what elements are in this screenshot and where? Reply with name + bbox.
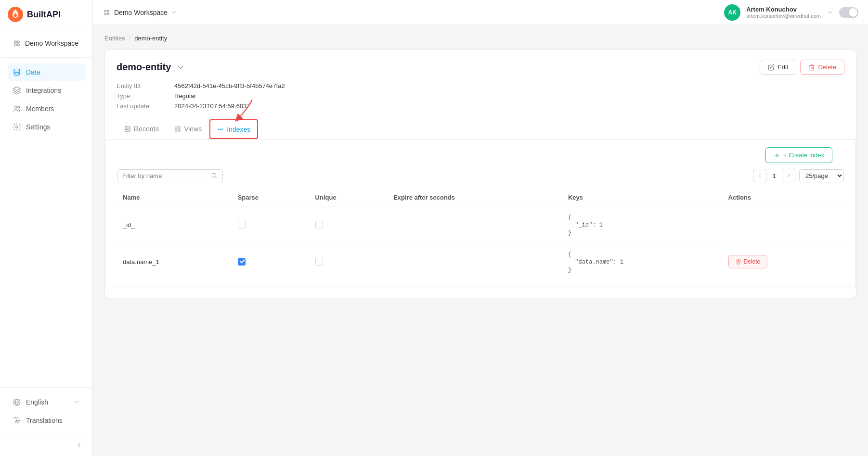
- pagination-wrap: 1 25/page 50/page 100/page: [753, 169, 844, 182]
- sidebar-item-data[interactable]: Data: [8, 63, 85, 81]
- delete-entity-button[interactable]: Delete: [800, 60, 844, 75]
- english-label: English: [26, 398, 48, 406]
- row-unique: [310, 243, 388, 280]
- col-name: Name: [117, 189, 232, 206]
- row-keys: { "_id": 1 }: [562, 206, 723, 243]
- svg-point-3: [14, 44, 17, 46]
- topbar-workspace-name: Demo Workspace: [114, 9, 168, 16]
- indexes-table: Name Sparse Unique Expire after seconds …: [117, 189, 844, 280]
- tab-views[interactable]: Views: [167, 119, 209, 139]
- meta-row-update: Last update: 2024-04-23T07:54:59.603Z: [117, 102, 844, 110]
- filter-input-wrap: [117, 169, 223, 182]
- tab-indexes-label: Indexes: [227, 126, 250, 133]
- members-label: Members: [26, 105, 54, 113]
- col-keys: Keys: [562, 189, 723, 206]
- pagination-next-button[interactable]: [782, 169, 795, 182]
- page-size-select[interactable]: 25/page 50/page 100/page: [799, 169, 844, 182]
- svg-rect-18: [178, 129, 180, 131]
- tab-records-label: Records: [134, 125, 159, 133]
- tabs-container: Records Views: [105, 119, 856, 288]
- unique-checkbox: [315, 258, 323, 266]
- svg-point-11: [107, 10, 109, 12]
- settings-icon: [13, 123, 21, 131]
- sidebar-item-english[interactable]: English: [8, 393, 85, 411]
- create-index-label: + Create index: [783, 152, 824, 159]
- svg-point-7: [18, 106, 20, 108]
- entity-id-label: Entity ID:: [117, 82, 174, 89]
- content-area: Entities / demo-entity demo-entity: [93, 25, 868, 456]
- row-delete-button[interactable]: Delete: [728, 255, 768, 268]
- row-unique: [310, 206, 388, 243]
- tab-views-label: Views: [184, 125, 202, 133]
- breadcrumb-entities[interactable]: Entities: [104, 35, 125, 42]
- entity-meta: Entity ID: 4562f42d-541e-45cb-9ff3-5f4b5…: [117, 82, 844, 110]
- topbar-right: AK Artem Konuchov artem.konuchov@wiredhu…: [724, 4, 858, 21]
- sidebar-item-settings[interactable]: Settings: [8, 118, 85, 136]
- members-icon: [13, 104, 21, 113]
- chevron-down-icon: [73, 399, 80, 405]
- records-tab-icon: [124, 126, 131, 132]
- entity-dropdown-icon[interactable]: [176, 63, 185, 72]
- indexes-section: + Create index: [105, 139, 856, 288]
- table-row: data.name_1{ "data.name": 1 } Delete: [117, 243, 844, 280]
- collapse-button[interactable]: [73, 439, 85, 452]
- svg-point-4: [17, 44, 20, 46]
- chevron-right-pagination-icon: [785, 172, 792, 179]
- breadcrumb-current: demo-entity: [134, 35, 167, 42]
- translations-icon: [13, 416, 21, 425]
- chevron-left-icon: [75, 441, 83, 449]
- main-nav: Data Integrations Members Set: [0, 58, 92, 387]
- svg-point-2: [17, 41, 20, 43]
- svg-point-21: [222, 128, 223, 129]
- svg-rect-15: [175, 127, 177, 128]
- svg-point-5: [14, 69, 20, 71]
- workspace-selector[interactable]: Demo Workspace: [8, 35, 85, 51]
- toggle-button[interactable]: [839, 7, 858, 18]
- topbar: Demo Workspace AK Artem Konuchov artem.k…: [93, 0, 868, 25]
- entity-actions: Edit Delete: [760, 60, 844, 75]
- last-update-value: 2024-04-23T07:54:59.603Z: [174, 102, 250, 110]
- pagination-prev-button[interactable]: [753, 169, 766, 182]
- svg-rect-17: [175, 129, 177, 131]
- integrations-icon: [13, 86, 21, 95]
- row-sparse: [232, 243, 310, 280]
- sparse-checkbox: [238, 221, 246, 228]
- create-index-button[interactable]: + Create index: [765, 147, 832, 163]
- search-icon: [211, 172, 218, 179]
- entity-header: demo-entity Edit: [117, 60, 844, 75]
- workspace-section: Demo Workspace: [0, 29, 92, 58]
- table-header-row: Name Sparse Unique Expire after seconds …: [117, 189, 844, 206]
- meta-row-id: Entity ID: 4562f42d-541e-45cb-9ff3-5f4b5…: [117, 82, 844, 89]
- row-sparse: [232, 206, 310, 243]
- svg-point-19: [218, 128, 219, 129]
- table-row: _id_{ "_id": 1 }: [117, 206, 844, 243]
- edit-label: Edit: [777, 63, 788, 71]
- globe-icon: [13, 398, 21, 406]
- topbar-workspace-selector[interactable]: Demo Workspace: [103, 8, 177, 17]
- breadcrumb: Entities / demo-entity: [104, 35, 856, 42]
- user-dropdown-icon[interactable]: [827, 9, 833, 16]
- tab-indexes[interactable]: Indexes: [209, 119, 258, 139]
- sidebar-item-members[interactable]: Members: [8, 100, 85, 117]
- current-page: 1: [770, 172, 778, 179]
- integrations-label: Integrations: [26, 87, 61, 94]
- unique-checkbox: [315, 221, 323, 228]
- filter-input[interactable]: [122, 172, 207, 179]
- row-actions: Delete: [723, 243, 844, 280]
- delete-icon: [808, 64, 815, 71]
- svg-point-6: [15, 106, 17, 108]
- edit-button[interactable]: Edit: [760, 60, 796, 75]
- main-area: Demo Workspace AK Artem Konuchov artem.k…: [93, 0, 868, 456]
- topbar-left: Demo Workspace: [103, 8, 177, 17]
- tab-records[interactable]: Records: [117, 119, 167, 139]
- logo-area: BuiltAPI: [0, 0, 92, 29]
- sidebar-bottom: English Translations: [0, 387, 92, 435]
- col-actions: Actions: [723, 189, 844, 206]
- svg-point-13: [107, 13, 109, 15]
- logo-icon: [8, 7, 23, 22]
- keys-code: { "_id": 1 }: [568, 214, 603, 236]
- col-expire: Expire after seconds: [388, 189, 562, 206]
- sidebar-item-integrations[interactable]: Integrations: [8, 82, 85, 99]
- sidebar-item-translations[interactable]: Translations: [8, 412, 85, 429]
- plus-icon: [774, 152, 780, 159]
